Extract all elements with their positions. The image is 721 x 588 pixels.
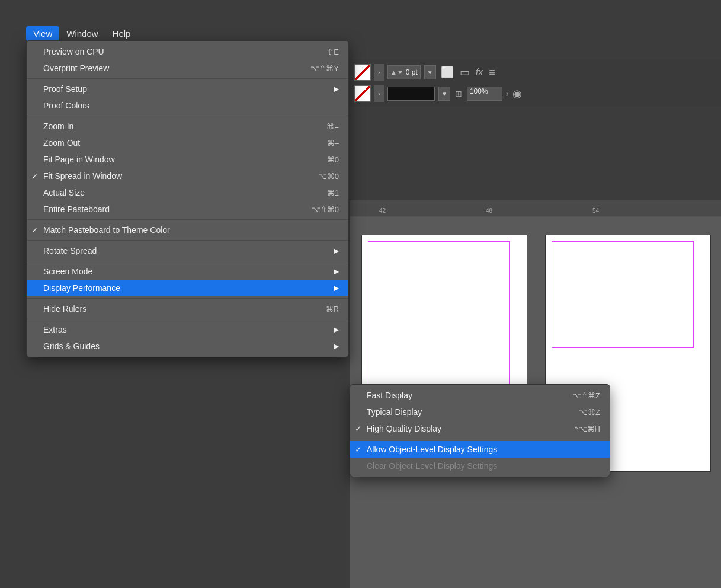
arrow-screen-mode: ▶ xyxy=(334,267,339,276)
menu-label-zoom-in: Zoom In xyxy=(43,122,73,131)
submenu-item-typical-display[interactable]: Typical Display ⌥⌘Z xyxy=(350,404,610,420)
shortcut-fast-display: ⌥⇧⌘Z xyxy=(572,391,600,400)
menu-item-screen-mode[interactable]: Screen Mode ▶ xyxy=(27,263,348,280)
pct-chevron[interactable]: › xyxy=(506,89,509,98)
toolbar-line-1: › ▲▼ 0 pt ▼ ⬜ ▭ fx ≡ xyxy=(354,62,721,83)
menu-item-actual-size[interactable]: Actual Size ⌘1 xyxy=(27,184,348,201)
arrow-rotate-spread: ▶ xyxy=(334,247,339,255)
submenu-item-allow-object-level[interactable]: ✓ Allow Object-Level Display Settings xyxy=(350,441,610,458)
arrow-proof-setup: ▶ xyxy=(334,85,339,93)
shortcut-actual-size: ⌘1 xyxy=(327,188,339,197)
menu-item-proof-setup[interactable]: Proof Setup ▶ xyxy=(27,81,348,97)
menu-item-zoom-out[interactable]: Zoom Out ⌘– xyxy=(27,135,348,151)
submenu-sep-1 xyxy=(350,439,610,439)
shortcut-zoom-out: ⌘– xyxy=(327,139,339,148)
menu-label-fit-spread: Fit Spread in Window xyxy=(43,171,122,181)
layers-icon[interactable]: ◉ xyxy=(512,87,522,100)
stroke-swatch[interactable] xyxy=(354,85,371,102)
view-menu: Preview on CPU ⇧E Overprint Preview ⌥⇧⌘Y… xyxy=(26,40,349,357)
fill-swatch[interactable] xyxy=(354,64,371,81)
ruler: 42 48 54 xyxy=(350,200,721,217)
stroke-dropdown[interactable]: ▼ xyxy=(438,87,450,101)
sep-5 xyxy=(27,261,348,261)
menu-label-grids-guides: Grids & Guides xyxy=(43,341,100,351)
menu-item-zoom-in[interactable]: Zoom In ⌘= xyxy=(27,118,348,135)
menu-item-fit-spread[interactable]: ✓ Fit Spread in Window ⌥⌘0 xyxy=(27,168,348,184)
toolbar-rows: › ▲▼ 0 pt ▼ ⬜ ▭ fx ≡ › ▼ ⊞ 100% › ◉ xyxy=(354,62,721,104)
sep-3 xyxy=(27,219,348,220)
submenu-label-clear-object-level: Clear Object-Level Display Settings xyxy=(367,461,497,471)
page-right-margin xyxy=(552,241,694,348)
stroke-color-swatch[interactable] xyxy=(387,87,435,101)
check-match-pasteboard: ✓ xyxy=(31,225,39,235)
menu-item-rotate-spread[interactable]: Rotate Spread ▶ xyxy=(27,242,348,259)
align-icon[interactable]: ≡ xyxy=(489,66,495,79)
toolbar-line-2: › ▼ ⊞ 100% › ◉ xyxy=(354,83,721,104)
menu-label-entire-pasteboard: Entire Pasteboard xyxy=(43,204,110,214)
stroke-chevron[interactable]: › xyxy=(374,85,384,102)
menu-bar-view[interactable]: View xyxy=(26,26,59,41)
menu-label-preview-cpu: Preview on CPU xyxy=(43,47,104,56)
check-fit-spread: ✓ xyxy=(31,171,39,181)
frame-icon: ⬜ xyxy=(441,66,454,79)
menu-label-overprint: Overprint Preview xyxy=(43,63,109,73)
menu-label-hide-rulers: Hide Rulers xyxy=(43,304,86,314)
shortcut-hide-rulers: ⌘R xyxy=(326,305,339,314)
menu-item-grids-guides[interactable]: Grids & Guides ▶ xyxy=(27,338,348,354)
menu-label-proof-colors: Proof Colors xyxy=(43,101,89,110)
fx-icon[interactable]: fx xyxy=(476,67,483,78)
grid-icon: ⊞ xyxy=(455,89,462,98)
pt-input: ▲▼ 0 pt xyxy=(387,65,421,79)
ruler-mark-42: 42 xyxy=(379,207,386,214)
menu-item-extras[interactable]: Extras ▶ xyxy=(27,321,348,338)
sep-2 xyxy=(27,116,348,116)
ruler-mark-54: 54 xyxy=(592,207,599,214)
shortcut-overprint: ⌥⇧⌘Y xyxy=(310,64,339,73)
menu-label-fit-page: Fit Page in Window xyxy=(43,155,115,164)
pt-dropdown[interactable]: ▼ xyxy=(424,65,436,79)
shortcut-fit-spread: ⌥⌘0 xyxy=(318,172,339,181)
shortcut-zoom-in: ⌘= xyxy=(326,122,339,131)
shortcut-entire-pasteboard: ⌥⇧⌘0 xyxy=(312,205,339,214)
check-allow-object-level: ✓ xyxy=(355,445,362,454)
check-high-quality: ✓ xyxy=(355,424,362,433)
arrow-display-performance: ▶ xyxy=(334,284,339,292)
submenu-label-high-quality: High Quality Display xyxy=(367,424,441,433)
menu-item-entire-pasteboard[interactable]: Entire Pasteboard ⌥⇧⌘0 xyxy=(27,201,348,218)
submenu-label-typical-display: Typical Display xyxy=(367,407,422,417)
menu-item-hide-rulers[interactable]: Hide Rulers ⌘R xyxy=(27,301,348,317)
menu-label-screen-mode: Screen Mode xyxy=(43,267,92,276)
menu-item-proof-colors[interactable]: Proof Colors xyxy=(27,97,348,114)
menu-label-extras: Extras xyxy=(43,325,67,334)
shortcut-high-quality: ^⌥⌘H xyxy=(575,424,601,433)
menu-bar-help[interactable]: Help xyxy=(105,26,138,41)
menu-item-overprint[interactable]: Overprint Preview ⌥⇧⌘Y xyxy=(27,60,348,76)
menu-label-match-pasteboard: Match Pasteboard to Theme Color xyxy=(43,225,170,235)
menu-item-display-performance[interactable]: Display Performance ▶ xyxy=(27,280,348,296)
submenu-label-allow-object-level: Allow Object-Level Display Settings xyxy=(367,445,497,454)
toolbar: › ▲▼ 0 pt ▼ ⬜ ▭ fx ≡ › ▼ ⊞ 100% › ◉ xyxy=(350,59,721,107)
menu-label-proof-setup: Proof Setup xyxy=(43,84,87,94)
display-performance-submenu: Fast Display ⌥⇧⌘Z Typical Display ⌥⌘Z ✓ … xyxy=(350,384,610,477)
ruler-mark-48: 48 xyxy=(486,207,492,214)
menu-bar: View Window Help xyxy=(26,26,137,41)
menu-label-actual-size: Actual Size xyxy=(43,188,85,197)
submenu-item-fast-display[interactable]: Fast Display ⌥⇧⌘Z xyxy=(350,387,610,404)
sep-1 xyxy=(27,78,348,79)
sep-7 xyxy=(27,319,348,319)
sep-4 xyxy=(27,240,348,241)
arrow-extras: ▶ xyxy=(334,325,339,334)
menu-label-zoom-out: Zoom Out xyxy=(43,138,80,148)
pct-display: 100% xyxy=(467,87,502,101)
fill-chevron[interactable]: › xyxy=(374,64,384,81)
menu-item-fit-page[interactable]: Fit Page in Window ⌘0 xyxy=(27,151,348,168)
menu-bar-window[interactable]: Window xyxy=(59,26,105,41)
shortcut-preview-cpu: ⇧E xyxy=(327,47,339,56)
menu-label-display-performance: Display Performance xyxy=(43,283,120,293)
menu-label-rotate-spread: Rotate Spread xyxy=(43,246,97,255)
pct-value: 100% xyxy=(470,87,488,95)
menu-item-match-pasteboard[interactable]: ✓ Match Pasteboard to Theme Color xyxy=(27,222,348,238)
menu-item-preview-cpu[interactable]: Preview on CPU ⇧E xyxy=(27,43,348,60)
submenu-label-fast-display: Fast Display xyxy=(367,391,412,400)
submenu-item-high-quality[interactable]: ✓ High Quality Display ^⌥⌘H xyxy=(350,420,610,437)
